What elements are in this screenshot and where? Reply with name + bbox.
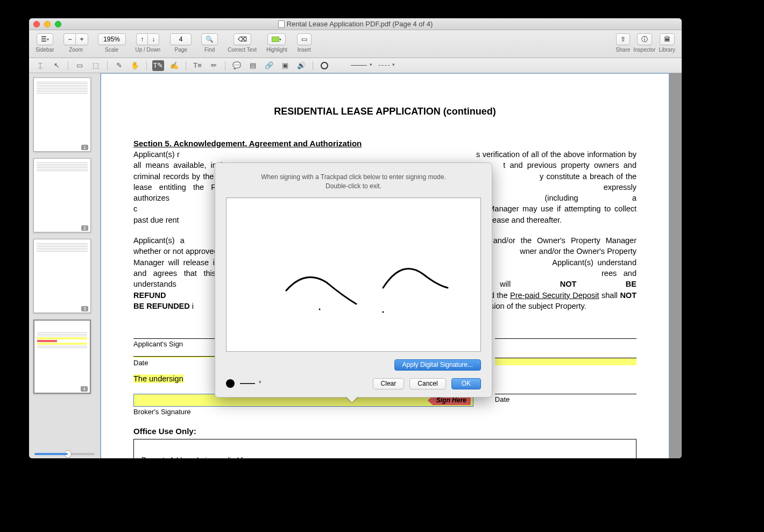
highlight-button[interactable] (267, 33, 286, 45)
library-label: Library (659, 47, 675, 53)
find-button[interactable]: 🔍 (201, 33, 218, 45)
page-down-button[interactable]: ↓ (147, 33, 159, 45)
inspector-label: Inspector (633, 47, 655, 53)
broker-sig-label: Broker's Signature (133, 408, 473, 416)
undersigned-text: The undersign (133, 374, 183, 383)
draw-tool[interactable]: ✎ (113, 60, 125, 71)
zoom-label: Zoom (69, 47, 83, 53)
sound-tool[interactable]: 🔊 (295, 60, 307, 71)
titlebar: Rental Lease Application PDF.pdf (Page 4… (29, 18, 682, 30)
library-button[interactable]: 🏛 (660, 33, 675, 45)
insert-button[interactable]: ▭ (297, 33, 312, 45)
thumb-num: 4 (81, 386, 88, 392)
sidebar-label: Sidebar (36, 47, 54, 53)
text-select-tool[interactable]: ⌶ (34, 60, 46, 71)
svg-point-0 (319, 309, 321, 310)
page-up-button[interactable]: ↑ (136, 33, 147, 45)
date-label-2: Date (495, 395, 636, 403)
annotation-toolbar: ⌶ ↖ ▭ ⬚ ✎ ✋ T✎ ✍ T≡ ✏ 💬 ▤ 🔗 ▣ 🔊 (29, 58, 682, 73)
page-thumbnail-2[interactable]: 2 (33, 158, 91, 232)
correct-label: Correct Text (228, 47, 257, 53)
svg-point-1 (383, 311, 384, 313)
cancel-button[interactable]: Cancel (409, 378, 445, 389)
document-icon (278, 20, 285, 28)
signature-dialog: When signing with a Trackpad click below… (215, 162, 492, 398)
signature-canvas[interactable] (226, 197, 481, 352)
page-label: Page (175, 47, 187, 53)
insert-label: Insert (298, 47, 311, 53)
pen-color-picker[interactable] (226, 379, 235, 388)
thumb-num: 3 (81, 306, 88, 311)
section-title: Section 5. Acknowledgement, Agreement an… (133, 139, 636, 148)
highlight-label: Highlight (266, 47, 287, 53)
office-use-heading: Office Use Only: (133, 427, 636, 436)
office-use-box: Property Address being applied for: (133, 439, 636, 458)
thumb-num: 2 (81, 225, 88, 231)
crop-tool[interactable]: ⬚ (90, 60, 102, 71)
page-heading: RESIDENTIAL LEASE APPLICATION (continued… (133, 106, 636, 117)
page-thumbnail-4[interactable]: 4 (33, 320, 91, 394)
thumbnail-zoom-slider[interactable] (34, 453, 95, 455)
scale-label: Scale (105, 47, 118, 53)
line-style-menu[interactable] (374, 60, 394, 71)
link-tool[interactable]: 🔗 (263, 60, 275, 71)
ok-button[interactable]: OK (451, 378, 481, 389)
main-toolbar: ☰ Sidebar − + Zoom 195% Scale ↑ ↓ Up / D… (29, 30, 682, 58)
share-label: Share (616, 47, 631, 53)
insert-text-tool[interactable]: T✎ (152, 60, 164, 71)
property-address-label: Property Address being applied for: (142, 456, 251, 458)
share-button[interactable]: ⇧ (616, 33, 630, 45)
thumb-num: 1 (81, 145, 88, 150)
zoom-out-button[interactable]: − (63, 33, 75, 45)
hand-tool[interactable]: ✋ (129, 60, 141, 71)
comment-tool[interactable]: 💬 (231, 60, 243, 71)
dialog-instructions: When signing with a Trackpad click below… (226, 173, 481, 191)
title-text: Rental Lease Application PDF.pdf (Page 4… (287, 20, 433, 28)
page-thumbnail-1[interactable]: 1 (33, 77, 91, 152)
clear-button[interactable]: Clear (373, 378, 405, 389)
arrow-tool[interactable]: ↖ (51, 60, 62, 71)
page-thumbnail-3[interactable]: 3 (33, 239, 91, 313)
text-style-tool[interactable]: T≡ (192, 60, 203, 71)
shape-tool[interactable] (319, 60, 330, 71)
note-tool[interactable]: ▤ (247, 60, 259, 71)
find-label: Find (204, 47, 215, 53)
zoom-in-button[interactable]: + (75, 33, 88, 45)
apply-digital-signature-button[interactable]: Apply Digital Signature... (394, 359, 481, 371)
updown-label: Up / Down (136, 47, 161, 53)
highlighter-tool[interactable]: ✏ (208, 60, 220, 71)
line-width-menu[interactable] (348, 60, 370, 71)
zoom-level[interactable]: 195% (98, 33, 126, 45)
thumbnail-sidebar: 1 2 3 4 (29, 73, 101, 458)
page-number-field[interactable]: 4 (170, 33, 192, 45)
pen-width-menu[interactable] (240, 383, 255, 384)
signature-tool[interactable]: ✍ (168, 60, 180, 71)
window-title: Rental Lease Application PDF.pdf (Page 4… (29, 20, 682, 28)
stamp-tool[interactable]: ▣ (279, 60, 291, 71)
inspector-button[interactable]: ⓘ (637, 33, 652, 45)
area-select-tool[interactable]: ▭ (74, 60, 86, 71)
sidebar-toggle[interactable]: ☰ (37, 33, 53, 45)
app-window: Rental Lease Application PDF.pdf (Page 4… (29, 18, 682, 458)
correct-text-button[interactable]: ⌫ (234, 33, 251, 45)
